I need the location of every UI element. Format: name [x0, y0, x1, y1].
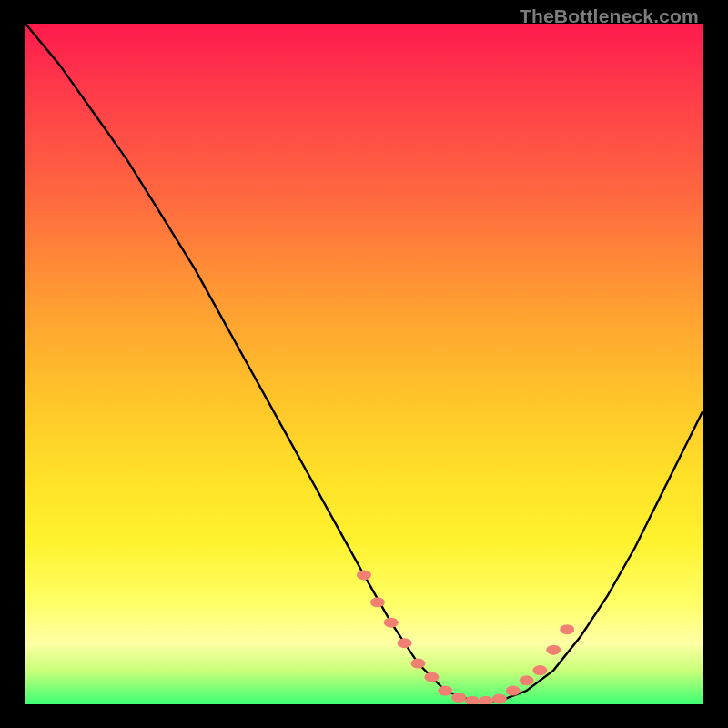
highlight-dot	[357, 570, 371, 580]
curve-line	[25, 24, 703, 701]
highlight-dot	[546, 645, 561, 655]
highlight-dot	[560, 624, 574, 634]
highlight-dot	[532, 665, 547, 675]
highlight-dot	[506, 686, 521, 696]
highlight-dot	[384, 618, 399, 628]
highlight-dot	[465, 696, 480, 704]
highlight-dots-group	[357, 570, 574, 704]
highlight-dot	[479, 696, 493, 704]
highlight-dot	[492, 694, 507, 704]
highlight-dot	[520, 675, 534, 685]
watermark-text: TheBottleneck.com	[520, 5, 699, 27]
highlight-dot	[411, 659, 426, 669]
highlight-dot	[424, 672, 439, 682]
highlight-dot	[438, 686, 452, 696]
highlight-dot	[451, 693, 466, 703]
highlight-dot	[398, 638, 412, 648]
chart-plot-area	[25, 24, 703, 704]
bottleneck-curve	[25, 24, 703, 704]
highlight-dot	[370, 597, 385, 607]
